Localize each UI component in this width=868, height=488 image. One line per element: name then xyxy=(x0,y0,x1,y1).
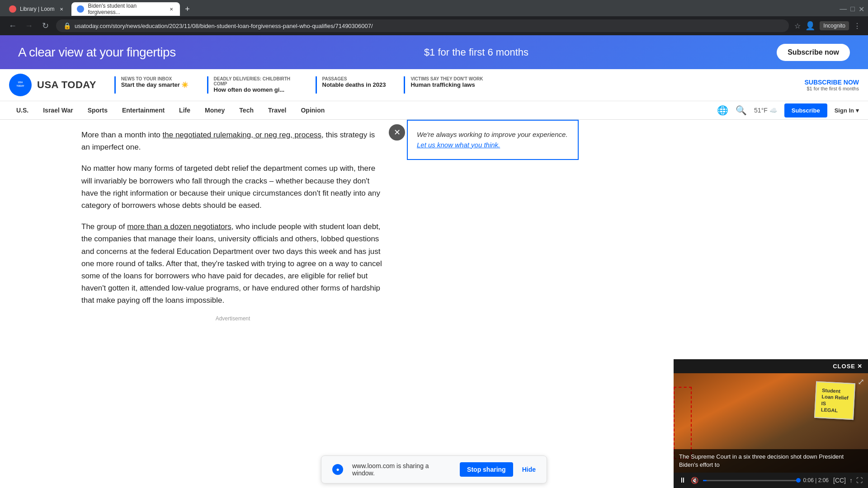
tab-library-loom[interactable]: Library | Loom ✕ xyxy=(4,2,71,16)
svg-text:USA: USA xyxy=(18,81,23,84)
sidebar-right: ✕ We're always working to improve your e… xyxy=(398,120,588,335)
banner-price: $1 for the first 6 months xyxy=(424,47,528,58)
feedback-text: We're always working to improve your exp… xyxy=(417,131,568,138)
main-content: More than a month into the negotiated ru… xyxy=(0,120,398,335)
promo-headline-1: Start the day smarter ☀️ xyxy=(121,81,189,89)
logo-circle: USATODAY xyxy=(9,74,32,96)
promo-eyebrow-4: VICTIMS SAY THEY DON'T WORK xyxy=(410,76,483,81)
header-subscribe[interactable]: SUBSCRIBE NOW $1 for the first 6 months xyxy=(804,79,859,91)
reload-button[interactable]: ↻ xyxy=(40,21,51,31)
promo-item-4[interactable]: VICTIMS SAY THEY DON'T WORK Human traffi… xyxy=(404,76,483,94)
forward-button[interactable]: → xyxy=(24,21,34,31)
negotiators-link[interactable]: more than a dozen negotiators xyxy=(127,222,231,231)
new-tab-button[interactable]: + xyxy=(181,3,193,15)
promo-eyebrow-2: DEADLY DELIVERIES: CHILDBIRTH COMP xyxy=(214,76,297,86)
svg-text:TODAY: TODAY xyxy=(17,84,25,87)
paragraph-2: No matter how many forms of targeted deb… xyxy=(81,162,384,211)
incognito-badge: Incognito xyxy=(820,21,849,30)
main-nav: U.S. Israel War Sports Entertainment Lif… xyxy=(0,101,868,119)
promo-headline-3: Notable deaths in 2023 xyxy=(322,81,386,89)
nav-money[interactable]: Money xyxy=(198,101,232,119)
paragraph-1: More than a month into the negotiated ru… xyxy=(81,129,384,153)
nav-opinion[interactable]: Opinion xyxy=(293,101,332,119)
banner-text: A clear view at your fingertips xyxy=(18,45,176,60)
nav-israel-war[interactable]: Israel War xyxy=(36,101,80,119)
bookmark-icon[interactable]: ☆ xyxy=(794,22,801,30)
promo-headline-2: How often do women gi... xyxy=(214,86,297,94)
promo-item-2[interactable]: DEADLY DELIVERIES: CHILDBIRTH COMP How o… xyxy=(207,76,297,94)
subscribe-nav-button[interactable]: Subscribe xyxy=(784,103,827,117)
globe-icon[interactable]: 🌐 xyxy=(717,105,728,116)
neg-reg-link[interactable]: the negotiated rulemaking, or neg reg, p… xyxy=(163,131,322,139)
address-bar: ← → ↻ 🔒 usatoday.com/story/news/educatio… xyxy=(0,16,868,35)
sign-in-button[interactable]: Sign In ▾ xyxy=(835,107,859,114)
banner-ad: A clear view at your fingertips $1 for t… xyxy=(0,35,868,69)
article-body: More than a month into the negotiated ru… xyxy=(81,129,384,322)
promo-headline-4: Human trafficking laws xyxy=(410,81,483,89)
tab-label-loom: Library | Loom xyxy=(20,6,54,12)
tab-close-loom[interactable]: ✕ xyxy=(58,5,65,13)
nav-tech[interactable]: Tech xyxy=(232,101,261,119)
feedback-link[interactable]: Let us know what you think. xyxy=(417,141,500,149)
header-subscribe-label: SUBSCRIBE NOW xyxy=(804,79,859,86)
sign-in-label: Sign In xyxy=(835,107,854,114)
tab-label-biden: Biden's student loan forgiveness... xyxy=(88,3,164,15)
header-top: USATODAY USA TODAY NEWS TO YOUR INBOX St… xyxy=(0,69,868,101)
feedback-link-text: Let us know what you think. xyxy=(417,141,500,149)
logo-text: USA TODAY xyxy=(37,79,96,91)
tab-favicon-biden xyxy=(77,5,84,13)
nav-us[interactable]: U.S. xyxy=(9,101,36,119)
header-promos: NEWS TO YOUR INBOX Start the day smarter… xyxy=(114,76,787,94)
tab-close-biden[interactable]: ✕ xyxy=(168,5,175,13)
feedback-box: We're always working to improve your exp… xyxy=(407,120,579,160)
site-header: USATODAY USA TODAY NEWS TO YOUR INBOX St… xyxy=(0,69,868,120)
nav-travel[interactable]: Travel xyxy=(261,101,293,119)
nav-entertainment[interactable]: Entertainment xyxy=(115,101,172,119)
header-subscribe-sub: $1 for the first 6 months xyxy=(804,86,859,91)
profile-icon[interactable]: 👤 xyxy=(805,21,815,31)
url-text: usatoday.com/story/news/education/2023/1… xyxy=(75,23,373,29)
temperature: 51°F xyxy=(754,107,768,114)
promo-eyebrow-3: PASSAGES xyxy=(322,76,386,81)
tab-bar: Library | Loom ✕ Biden's student loan fo… xyxy=(0,0,868,16)
close-browser-button[interactable]: ✕ xyxy=(859,5,864,14)
promo-eyebrow-1: NEWS TO YOUR INBOX xyxy=(121,76,189,81)
page-content: More than a month into the negotiated ru… xyxy=(0,120,868,335)
restore-button[interactable]: □ xyxy=(850,5,855,13)
tab-biden-loans[interactable]: Biden's student loan forgiveness... ✕ xyxy=(71,2,180,16)
back-button[interactable]: ← xyxy=(7,21,18,31)
logo-link[interactable]: USATODAY USA TODAY xyxy=(9,74,96,96)
security-lock-icon: 🔒 xyxy=(63,22,71,29)
browser-chrome: Library | Loom ✕ Biden's student loan fo… xyxy=(0,0,868,35)
promo-item-3[interactable]: PASSAGES Notable deaths in 2023 xyxy=(316,76,386,94)
chevron-down-icon: ▾ xyxy=(856,107,859,114)
nav-sports[interactable]: Sports xyxy=(80,101,115,119)
search-icon[interactable]: 🔍 xyxy=(736,105,747,116)
extensions-icon[interactable]: ⋮ xyxy=(854,22,861,30)
weather-widget: 51°F ☁️ xyxy=(754,107,777,114)
banner-subscribe-button[interactable]: Subscribe now xyxy=(777,44,850,61)
paragraph-3: The group of more than a dozen negotiato… xyxy=(81,221,384,306)
promo-item-1[interactable]: NEWS TO YOUR INBOX Start the day smarter… xyxy=(114,76,189,94)
ad-label: Advertisement xyxy=(81,315,384,322)
url-input[interactable]: 🔒 usatoday.com/story/news/education/2023… xyxy=(56,19,789,32)
minimize-button[interactable]: — xyxy=(840,5,847,13)
address-actions: ☆ 👤 Incognito ⋮ xyxy=(794,21,861,31)
dismiss-feedback-button[interactable]: ✕ xyxy=(389,124,405,141)
tab-favicon-loom xyxy=(9,5,16,13)
nav-icons: 🌐 🔍 51°F ☁️ Subscribe Sign In ▾ xyxy=(717,103,859,117)
nav-life[interactable]: Life xyxy=(172,101,198,119)
cloud-icon: ☁️ xyxy=(769,107,777,114)
